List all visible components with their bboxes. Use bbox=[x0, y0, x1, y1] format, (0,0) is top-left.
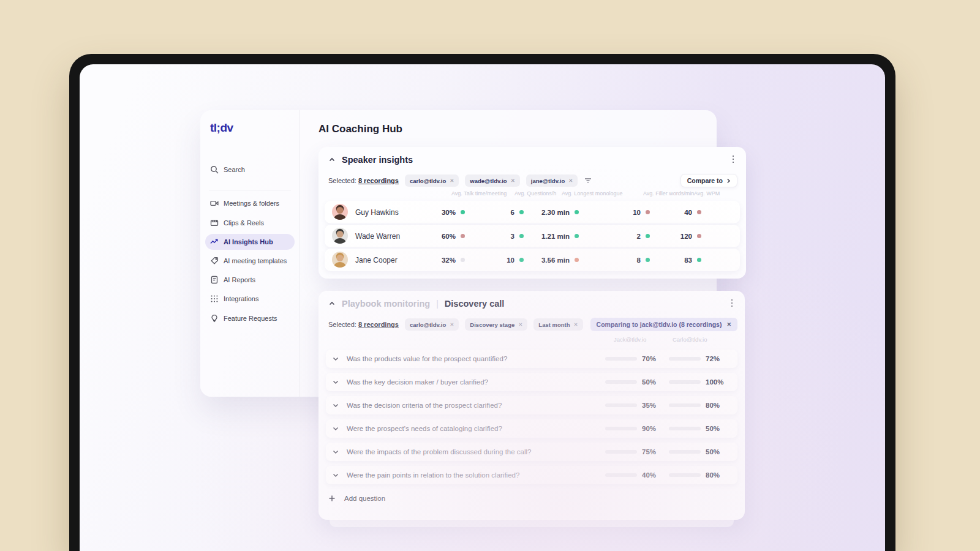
question-row[interactable]: Were the pain points in relation to the … bbox=[326, 466, 737, 484]
progress-bar-carlo bbox=[669, 357, 701, 361]
filter-chip-jane[interactable]: jane@tldv.io ✕ bbox=[526, 174, 578, 187]
selected-count[interactable]: 8 recordings bbox=[358, 177, 399, 184]
speaker-row-guy-hawkins[interactable]: Guy Hawkins 30% 6 2.30 min 10 40 bbox=[325, 201, 740, 223]
chip-label: carlo@tldv.io bbox=[410, 178, 446, 184]
lightbulb-icon bbox=[210, 314, 219, 323]
kebab-menu-icon[interactable] bbox=[728, 298, 736, 308]
percent-jack: 35% bbox=[642, 396, 666, 414]
plus-icon bbox=[328, 495, 336, 502]
trend-line-icon bbox=[210, 238, 219, 246]
selected-count[interactable]: 8 recordings bbox=[358, 321, 399, 328]
speaker-name: Guy Hawkins bbox=[355, 201, 399, 223]
avatar bbox=[332, 204, 348, 220]
collapse-chevron-up-icon[interactable] bbox=[328, 300, 336, 307]
percent-jack: 40% bbox=[642, 466, 666, 484]
question-row[interactable]: Was the key decision maker / buyer clari… bbox=[326, 373, 737, 391]
progress-bar-carlo bbox=[669, 380, 701, 384]
filter-chip-carlo[interactable]: carlo@tldv.io ✕ bbox=[405, 318, 459, 331]
question-text: Was the key decision maker / buyer clari… bbox=[347, 373, 488, 391]
speaker-name: Jane Cooper bbox=[355, 249, 398, 271]
compare-to-button[interactable]: Compare to bbox=[680, 174, 737, 187]
close-icon[interactable]: ✕ bbox=[450, 178, 454, 184]
metric-talk-time: 32% bbox=[429, 249, 465, 271]
kebab-menu-icon[interactable] bbox=[729, 154, 737, 164]
chip-label: wade@tldv.io bbox=[470, 178, 507, 184]
question-text: Was the decision criteria of the prospec… bbox=[347, 396, 502, 414]
close-icon[interactable]: ✕ bbox=[518, 321, 522, 328]
comparing-to-label: Comparing to jack@tldv.io (8 recordings) bbox=[597, 321, 722, 328]
chip-label: Last month bbox=[538, 321, 570, 328]
chevron-right-icon bbox=[726, 178, 731, 184]
chevron-down-icon[interactable] bbox=[332, 448, 339, 455]
metric-wpm: 40 bbox=[665, 201, 701, 223]
selected-label: Selected: 8 recordings bbox=[328, 177, 399, 184]
percent-carlo: 50% bbox=[706, 443, 730, 461]
close-icon[interactable]: ✕ bbox=[511, 178, 515, 184]
avatar bbox=[332, 252, 348, 268]
close-icon[interactable]: ✕ bbox=[574, 321, 578, 328]
filter-chip-last-month[interactable]: Last month ✕ bbox=[533, 318, 582, 331]
sidebar-item-label: AI Reports bbox=[224, 276, 255, 283]
panel-title: Discovery call bbox=[445, 299, 505, 309]
progress-bar-jack bbox=[605, 380, 637, 384]
question-row[interactable]: Was the products value for the prospect … bbox=[326, 350, 737, 368]
app-screen: tl;dv Search Meetings & folders bbox=[80, 64, 885, 551]
percent-carlo: 100% bbox=[706, 373, 730, 391]
metric-questions: 3 bbox=[488, 225, 524, 247]
stacked-card-edge bbox=[330, 519, 734, 527]
collapse-chevron-up-icon[interactable] bbox=[328, 156, 336, 163]
grid-dots-icon bbox=[210, 294, 219, 303]
add-question-button[interactable]: Add question bbox=[328, 489, 385, 508]
metric-monologue: 2.30 min bbox=[533, 201, 579, 223]
chevron-down-icon[interactable] bbox=[332, 471, 339, 479]
chevron-down-icon[interactable] bbox=[332, 378, 339, 386]
question-row[interactable]: Were the prospect's needs of cataloging … bbox=[326, 419, 737, 438]
question-row[interactable]: Were the impacts of the problem discusse… bbox=[326, 443, 737, 461]
progress-bar-jack bbox=[605, 473, 637, 477]
status-dot bbox=[461, 258, 465, 262]
filter-chip-wade[interactable]: wade@tldv.io ✕ bbox=[465, 174, 519, 187]
sidebar-item-ai-insights-hub[interactable]: AI Insights Hub bbox=[205, 234, 295, 250]
progress-bar-jack bbox=[605, 427, 637, 430]
sidebar-item-ai-reports[interactable]: AI Reports bbox=[205, 272, 295, 288]
search-button[interactable]: Search bbox=[205, 162, 295, 178]
chip-label: carlo@tldv.io bbox=[410, 321, 446, 328]
speaker-row-jane-cooper[interactable]: Jane Cooper 32% 10 3.56 min 8 83 bbox=[325, 249, 740, 271]
status-dot bbox=[461, 210, 465, 214]
status-dot bbox=[461, 234, 465, 238]
filter-chip-carlo[interactable]: carlo@tldv.io ✕ bbox=[405, 174, 459, 187]
tldv-logo: tl;dv bbox=[210, 121, 233, 135]
sidebar-item-feature-requests[interactable]: Feature Requests bbox=[205, 310, 295, 326]
question-text: Were the pain points in relation to the … bbox=[347, 466, 519, 484]
close-icon[interactable]: ✕ bbox=[450, 321, 454, 328]
close-icon[interactable]: ✕ bbox=[568, 178, 573, 184]
sidebar-item-label: AI Insights Hub bbox=[224, 238, 273, 246]
video-camera-icon bbox=[210, 199, 219, 208]
speaker-row-wade-warren[interactable]: Wade Warren 60% 3 1.21 min 2 120 bbox=[325, 225, 740, 247]
filter-chip-discovery-stage[interactable]: Discovery stage ✕ bbox=[465, 318, 527, 331]
question-row[interactable]: Was the decision criteria of the prospec… bbox=[326, 396, 737, 414]
metric-wpm: 120 bbox=[665, 225, 701, 247]
chevron-down-icon[interactable] bbox=[332, 355, 339, 362]
metric-filler-words: 2 bbox=[614, 225, 650, 247]
sidebar-item-integrations[interactable]: Integrations bbox=[205, 291, 295, 307]
filter-icon[interactable] bbox=[584, 176, 592, 185]
comparing-to-pill: Comparing to jack@tldv.io (8 recordings)… bbox=[590, 318, 737, 331]
metric-questions: 6 bbox=[488, 201, 524, 223]
sidebar-item-ai-meeting-templates[interactable]: AI meeting templates bbox=[205, 253, 295, 269]
sidebar-item-clips-reels[interactable]: Clips & Reels bbox=[205, 215, 295, 231]
column-header-filler-words: Avg. Filler words/min bbox=[643, 190, 694, 197]
column-header-questions: Avg. Questions/h bbox=[514, 190, 556, 197]
status-dot bbox=[697, 234, 701, 238]
status-dot bbox=[697, 210, 701, 214]
chevron-down-icon[interactable] bbox=[332, 425, 339, 432]
metric-filler-words: 8 bbox=[614, 249, 650, 271]
close-icon[interactable]: ✕ bbox=[726, 321, 731, 328]
chevron-down-icon[interactable] bbox=[332, 402, 339, 409]
progress-bar-jack bbox=[605, 403, 637, 407]
sidebar-item-label: Integrations bbox=[224, 295, 258, 302]
question-text: Was the products value for the prospect … bbox=[347, 350, 507, 368]
percent-carlo: 72% bbox=[706, 350, 730, 368]
sidebar-item-meetings-folders[interactable]: Meetings & folders bbox=[205, 195, 295, 211]
status-dot bbox=[575, 234, 579, 238]
